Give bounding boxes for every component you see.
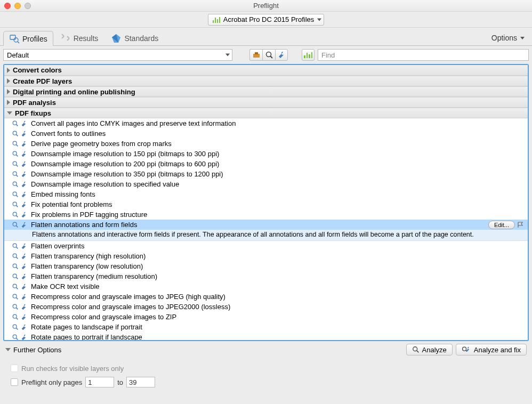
fixup-item[interactable]: Flatten transparency (high resolution) <box>4 251 528 261</box>
fixup-label: Downsample image resolution to 150 ppi (… <box>31 150 525 158</box>
fixup-label: Recompress color and grayscale images to… <box>31 313 525 321</box>
fixup-item[interactable]: Downsample image resolution to specified… <box>4 179 528 189</box>
category-label: Convert colors <box>13 66 62 74</box>
wrench-icon <box>20 324 28 331</box>
svg-point-19 <box>13 172 17 175</box>
wrench-icon <box>20 130 28 138</box>
magnifier-icon <box>12 273 19 280</box>
fixup-item[interactable]: Recompress color and grayscale images to… <box>4 292 528 302</box>
analyze-button[interactable]: Analyze <box>406 344 453 355</box>
category-row[interactable]: Digital printing and online publishing <box>4 86 528 97</box>
fixup-item[interactable]: Recompress color and grayscale images to… <box>4 312 528 322</box>
wrench-icon <box>20 171 28 178</box>
disclosure-triangle-icon[interactable] <box>5 348 11 351</box>
flag-icon[interactable] <box>517 221 525 229</box>
wrench-icon <box>277 51 286 59</box>
category-row[interactable]: Convert colors <box>4 65 528 76</box>
page-to-input[interactable]: 39 <box>126 377 155 387</box>
tab-standards-label: Standards <box>124 34 158 43</box>
analyze-and-fix-button[interactable]: Analyze and fix <box>456 344 527 355</box>
close-window-button[interactable] <box>4 3 11 9</box>
fixup-label: Derive page geometry boxes from crop mar… <box>31 140 525 148</box>
svg-line-24 <box>16 195 18 197</box>
fixup-label: Downsample image resolution to specified… <box>31 180 525 188</box>
fixup-item[interactable]: Derive page geometry boxes from crop mar… <box>4 139 528 149</box>
svg-line-40 <box>16 287 18 289</box>
page-from-input[interactable]: 1 <box>85 377 114 387</box>
fixup-item[interactable]: Rotate pages to landscape if portrait <box>4 322 528 332</box>
fixup-item[interactable]: Flatten annotations and form fieldsEdit.… <box>4 220 528 230</box>
profile-library-dropdown[interactable]: Acrobat Pro DC 2015 Profiles <box>208 14 325 26</box>
preflight-pages-checkbox[interactable] <box>11 378 18 386</box>
svg-point-37 <box>13 274 17 278</box>
fixup-item[interactable]: Flatten transparency (medium resolution) <box>4 271 528 281</box>
svg-line-16 <box>16 155 18 156</box>
category-label: PDF fixups <box>15 109 51 117</box>
find-input[interactable]: Find <box>318 49 529 61</box>
profile-list-scroll[interactable]: Convert colorsCreate PDF layersDigital p… <box>4 65 528 340</box>
tab-results[interactable]: Results <box>54 30 104 45</box>
wrench-icon <box>20 160 28 168</box>
fixup-item[interactable]: Downsample image resolution to 150 ppi (… <box>4 149 528 159</box>
tab-standards[interactable]: Standards <box>105 30 164 45</box>
fixup-item[interactable]: Make OCR text visible <box>4 281 528 292</box>
view-bars-button[interactable] <box>302 49 315 61</box>
minimize-window-button[interactable] <box>14 3 21 9</box>
magnifier-icon <box>12 303 19 311</box>
magnifier-icon <box>12 181 19 188</box>
wrench-icon <box>20 120 28 127</box>
category-row[interactable]: PDF analysis <box>4 97 528 108</box>
fixup-item[interactable]: Embed missing fonts <box>4 189 528 199</box>
tab-profiles[interactable]: Profiles <box>3 31 53 46</box>
fixup-label: Rotate pages to landscape if portrait <box>31 323 525 331</box>
svg-point-47 <box>13 325 17 328</box>
show-all-button[interactable] <box>249 49 262 61</box>
magnifier-icon <box>12 140 19 148</box>
tab-results-label: Results <box>74 34 99 43</box>
fixup-item[interactable]: Fix potential font problems <box>4 199 528 209</box>
wrench-icon <box>20 211 28 219</box>
magnifier-icon <box>12 263 19 270</box>
wrench-icon <box>20 201 28 208</box>
svg-point-35 <box>13 264 17 268</box>
magnifier-icon <box>12 120 19 127</box>
fixup-item[interactable]: Downsample image resolution to 350 ppi (… <box>4 169 528 179</box>
svg-point-1 <box>14 38 18 42</box>
svg-point-45 <box>13 314 17 318</box>
svg-line-44 <box>16 308 18 309</box>
wrench-icon <box>20 140 28 148</box>
fixup-label: Downsample image resolution to 350 ppi (… <box>31 170 525 178</box>
svg-line-28 <box>16 215 18 217</box>
svg-line-10 <box>16 124 18 126</box>
options-menu-label: Options <box>491 34 517 42</box>
fixup-label: Flatten transparency (high resolution) <box>31 252 525 260</box>
zoom-window-button[interactable] <box>25 3 31 9</box>
group-filter-dropdown[interactable]: Default <box>3 49 232 61</box>
wrench-icon <box>20 313 28 321</box>
category-row[interactable]: Create PDF layers <box>4 76 528 86</box>
options-menu[interactable]: Options <box>491 30 529 45</box>
svg-line-22 <box>16 185 18 187</box>
magnifier-icon <box>12 324 19 331</box>
fixup-item[interactable]: Rotate pages to portrait if landscape <box>4 332 528 340</box>
toolbar: Default Find <box>0 46 532 64</box>
triangle-right-icon <box>7 89 10 94</box>
svg-point-55 <box>462 347 466 351</box>
fixup-item[interactable]: Downsample image resolution to 200 ppi (… <box>4 159 528 169</box>
wrench-icon <box>20 243 28 250</box>
fixup-item[interactable]: Convert fonts to outlines <box>4 128 528 139</box>
show-profiles-button[interactable] <box>262 49 275 61</box>
view-mode-buttons <box>249 49 288 61</box>
tab-profiles-label: Profiles <box>22 35 47 43</box>
svg-point-49 <box>13 335 17 338</box>
fixup-item[interactable]: Fix problems in PDF tagging structure <box>4 209 528 220</box>
view-tabs: Profiles Results Standards Options <box>0 28 532 46</box>
svg-line-50 <box>16 338 18 340</box>
show-fixups-button[interactable] <box>275 49 288 61</box>
fixup-item[interactable]: Convert all pages into CMYK images and p… <box>4 118 528 128</box>
fixup-item[interactable]: Recompress color and grayscale images to… <box>4 302 528 312</box>
fixup-item[interactable]: Flatten overprints <box>4 241 528 251</box>
fixup-item[interactable]: Flatten transparency (low resolution) <box>4 261 528 271</box>
edit-profile-button[interactable]: Edit... <box>488 221 515 229</box>
category-row[interactable]: PDF fixups <box>4 108 528 118</box>
